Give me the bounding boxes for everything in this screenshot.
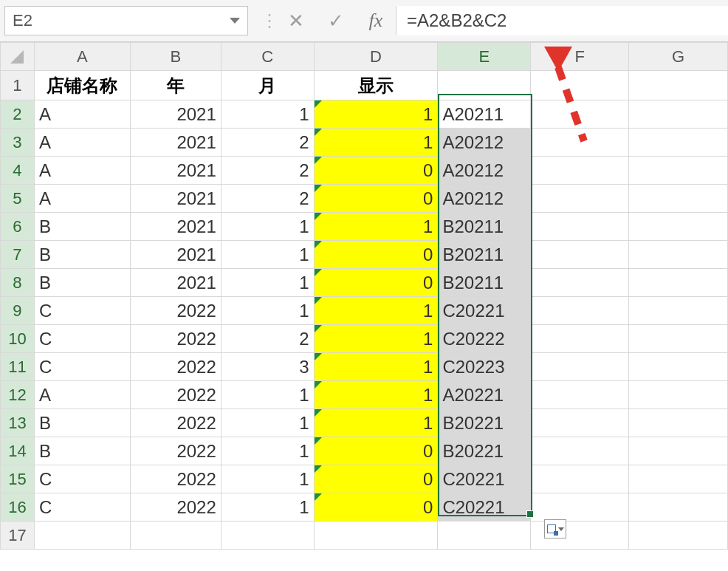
cell-E15[interactable]: C20221 — [438, 465, 531, 493]
cell-C3[interactable]: 2 — [221, 129, 314, 157]
cell-F16[interactable] — [531, 493, 629, 522]
cell-E1[interactable] — [438, 71, 531, 100]
cell-E2[interactable]: A20211 — [438, 100, 531, 129]
cell-F10[interactable] — [531, 325, 629, 353]
cell-B5[interactable]: 2021 — [130, 185, 221, 213]
cell-E16[interactable]: C20221 — [438, 493, 531, 522]
row-header-12[interactable]: 12 — [1, 381, 35, 409]
cell-G10[interactable] — [629, 325, 728, 353]
cell-F3[interactable] — [531, 129, 629, 157]
cell-F8[interactable] — [531, 269, 629, 297]
cell-A9[interactable]: C — [34, 297, 130, 325]
cell-B2[interactable]: 2021 — [130, 100, 221, 129]
cell-D4[interactable]: 0 — [314, 157, 438, 185]
name-box-dropdown-icon[interactable] — [230, 18, 240, 24]
column-header-G[interactable]: G — [629, 43, 728, 71]
cell-C8[interactable]: 1 — [221, 269, 314, 297]
cell-A13[interactable]: B — [34, 409, 130, 437]
cell-C13[interactable]: 1 — [221, 409, 314, 437]
row-header-10[interactable]: 10 — [1, 325, 35, 353]
cell-D7[interactable]: 0 — [314, 241, 438, 269]
cell-F1[interactable] — [531, 71, 629, 100]
formula-input[interactable]: =A2&B2&C2 — [396, 6, 728, 35]
cell-C14[interactable]: 1 — [221, 437, 314, 465]
cell-G11[interactable] — [629, 353, 728, 381]
cell-G4[interactable] — [629, 157, 728, 185]
cell-C9[interactable]: 1 — [221, 297, 314, 325]
accept-formula-button[interactable]: ✓ — [316, 6, 356, 35]
select-all-corner[interactable] — [1, 43, 35, 71]
cell-B1[interactable]: 年 — [130, 71, 221, 100]
cell-G16[interactable] — [629, 493, 728, 522]
cell-E9[interactable]: C20221 — [438, 297, 531, 325]
cell-A8[interactable]: B — [34, 269, 130, 297]
cell-E7[interactable]: B20211 — [438, 241, 531, 269]
cell-A10[interactable]: C — [34, 325, 130, 353]
cell-G5[interactable] — [629, 185, 728, 213]
cancel-formula-button[interactable]: ✕ — [276, 6, 316, 35]
cell-D14[interactable]: 0 — [314, 437, 438, 465]
row-header-4[interactable]: 4 — [1, 157, 35, 185]
cell-E12[interactable]: A20221 — [438, 381, 531, 409]
row-header-8[interactable]: 8 — [1, 269, 35, 297]
cell-A4[interactable]: A — [34, 157, 130, 185]
row-header-7[interactable]: 7 — [1, 241, 35, 269]
cell-B7[interactable]: 2021 — [130, 241, 221, 269]
cell-B6[interactable]: 2021 — [130, 213, 221, 241]
cell-D1[interactable]: 显示 — [314, 71, 438, 100]
cell-E13[interactable]: B20221 — [438, 409, 531, 437]
row-header-6[interactable]: 6 — [1, 213, 35, 241]
row-header-14[interactable]: 14 — [1, 437, 35, 465]
cell-D10[interactable]: 1 — [314, 325, 438, 353]
row-header-13[interactable]: 13 — [1, 409, 35, 437]
cell-G15[interactable] — [629, 465, 728, 493]
cell-A7[interactable]: B — [34, 241, 130, 269]
cell-D17[interactable] — [314, 522, 438, 550]
cell-F5[interactable] — [531, 185, 629, 213]
row-header-1[interactable]: 1 — [1, 71, 35, 100]
cell-F4[interactable] — [531, 157, 629, 185]
column-header-C[interactable]: C — [221, 43, 314, 71]
row-header-16[interactable]: 16 — [1, 493, 35, 522]
cell-B15[interactable]: 2022 — [130, 465, 221, 493]
autofill-options-button[interactable] — [544, 519, 566, 538]
cell-D9[interactable]: 1 — [314, 297, 438, 325]
cell-E14[interactable]: B20221 — [438, 437, 531, 465]
cell-G17[interactable] — [629, 522, 728, 550]
cell-A5[interactable]: A — [34, 185, 130, 213]
cell-C7[interactable]: 1 — [221, 241, 314, 269]
worksheet[interactable]: ABCDEFG1店铺名称年月显示2A202111A202113A202121A2… — [0, 42, 728, 550]
cell-C16[interactable]: 1 — [221, 493, 314, 522]
cell-B16[interactable]: 2022 — [130, 493, 221, 522]
cell-C15[interactable]: 1 — [221, 465, 314, 493]
cell-F11[interactable] — [531, 353, 629, 381]
cell-D2[interactable]: 1 — [314, 100, 438, 129]
cell-D12[interactable]: 1 — [314, 381, 438, 409]
cell-B14[interactable]: 2022 — [130, 437, 221, 465]
cell-F15[interactable] — [531, 465, 629, 493]
cell-D3[interactable]: 1 — [314, 129, 438, 157]
cell-B9[interactable]: 2022 — [130, 297, 221, 325]
cell-A2[interactable]: A — [34, 100, 130, 129]
cell-B8[interactable]: 2021 — [130, 269, 221, 297]
cell-A11[interactable]: C — [34, 353, 130, 381]
cell-G13[interactable] — [629, 409, 728, 437]
insert-function-button[interactable]: fx — [356, 6, 396, 35]
cell-F12[interactable] — [531, 381, 629, 409]
cell-B4[interactable]: 2021 — [130, 157, 221, 185]
cell-C17[interactable] — [221, 522, 314, 550]
cell-E3[interactable]: A20212 — [438, 129, 531, 157]
cell-E5[interactable]: A20212 — [438, 185, 531, 213]
cell-G9[interactable] — [629, 297, 728, 325]
cell-E11[interactable]: C20223 — [438, 353, 531, 381]
cell-E10[interactable]: C20222 — [438, 325, 531, 353]
cell-G2[interactable] — [629, 100, 728, 129]
cell-F2[interactable] — [531, 100, 629, 129]
cell-D13[interactable]: 1 — [314, 409, 438, 437]
cell-G14[interactable] — [629, 437, 728, 465]
cell-E6[interactable]: B20211 — [438, 213, 531, 241]
cell-C4[interactable]: 2 — [221, 157, 314, 185]
row-header-3[interactable]: 3 — [1, 129, 35, 157]
column-header-E[interactable]: E — [438, 43, 531, 71]
cell-F14[interactable] — [531, 437, 629, 465]
